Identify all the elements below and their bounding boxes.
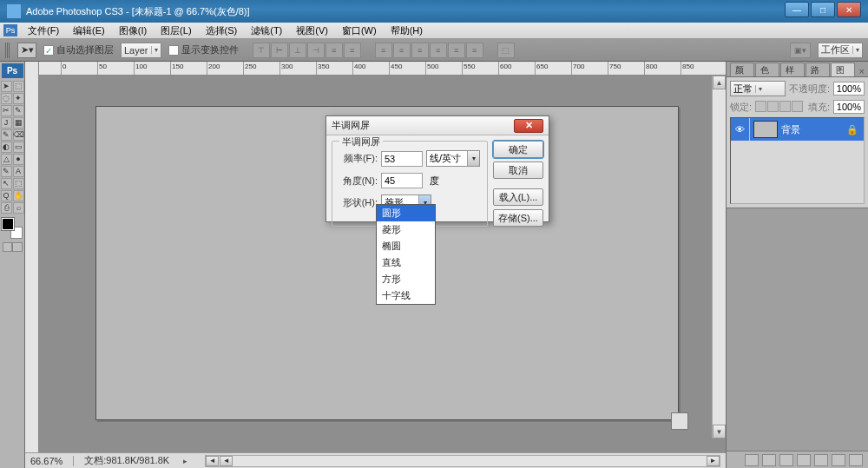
dialog-close-button[interactable]: ✕ [514,119,543,133]
align-btn[interactable]: ⊤ [253,43,270,58]
align-btn[interactable]: ≡ [326,43,343,58]
tab-color[interactable]: 颜色 [730,63,754,76]
shape-option[interactable]: 方形 [377,271,435,287]
menu-help[interactable]: 帮助(H) [384,23,430,39]
lock-all-icon[interactable] [792,101,803,112]
auto-select-checkbox[interactable]: ✓ [43,45,54,56]
panel-close-icon[interactable]: × [856,66,868,76]
menu-file[interactable]: 文件(F) [21,23,66,39]
scroll-down-button[interactable]: ▼ [713,425,726,438]
scroll-up-button[interactable]: ▲ [713,76,726,89]
fg-color[interactable] [2,218,14,230]
link-layers-icon[interactable] [745,454,759,466]
menu-window[interactable]: 窗口(W) [335,23,384,39]
scroll-right-button[interactable]: ► [707,456,720,466]
tool-button[interactable]: ⬚ [13,81,24,92]
maximize-button[interactable]: □ [811,2,835,17]
minimize-button[interactable]: — [785,2,809,17]
mask-icon[interactable] [779,454,793,466]
tool-button[interactable]: ● [13,154,24,165]
tool-button[interactable]: ⌫ [13,129,24,141]
quickmask-toggle[interactable] [3,242,23,252]
frequency-unit-select[interactable]: 线/英寸▾ [426,150,480,167]
tool-button[interactable]: ✎ [13,105,24,116]
zoom-level[interactable]: 66.67% [30,456,62,466]
dist-btn[interactable]: ≡ [448,43,465,58]
tool-button[interactable]: ➤ [1,81,12,92]
menu-image[interactable]: 图像(I) [112,23,154,39]
tool-button[interactable]: ▦ [13,117,24,129]
shape-option[interactable]: 菱形 [377,221,435,238]
fill-field[interactable]: 100% [833,100,865,114]
tool-button[interactable]: J [1,117,12,129]
dist-btn[interactable]: ≡ [375,43,392,58]
scroll-left2-button[interactable]: ◄ [220,456,233,466]
lock-pixels-icon[interactable] [767,101,779,112]
align-btn[interactable]: ⊥ [289,43,306,58]
align-btn[interactable]: ⊢ [271,43,288,58]
save-button[interactable]: 存储(S)... [493,209,543,227]
ps-chip-icon[interactable]: Ps [2,63,23,78]
menu-select[interactable]: 选择(S) [199,23,245,39]
lock-pos-icon[interactable] [779,101,791,112]
tool-button[interactable]: ✂ [1,105,12,116]
layer-list[interactable]: 👁 背景 🔒 [730,117,865,204]
tab-layers[interactable]: 图层 [831,63,855,76]
visibility-eye-icon[interactable]: 👁 [731,118,750,141]
layer-thumbnail[interactable] [753,121,778,138]
menu-layer[interactable]: 图层(L) [154,23,198,39]
group-icon[interactable] [814,454,828,466]
tool-button[interactable]: ✋ [13,190,24,201]
align-btn[interactable]: ≡ [344,43,361,58]
dist-btn[interactable]: ≡ [466,43,483,58]
color-swatches[interactable] [2,218,23,239]
tool-button[interactable]: ▭ [13,142,24,153]
show-transform-checkbox[interactable] [168,45,179,56]
lock-trans-icon[interactable] [755,101,766,112]
tool-button[interactable]: ◐ [1,142,12,153]
new-layer-icon[interactable] [832,454,845,466]
tab-swatches[interactable]: 色板 [755,63,779,76]
layer-row[interactable]: 👁 背景 🔒 [731,118,864,141]
doc-info[interactable]: 文档:981.8K/981.8K [84,454,169,467]
grip-icon[interactable] [5,43,10,58]
dist-btn[interactable]: ≡ [430,43,447,58]
shape-dropdown-list[interactable]: 圆形菱形椭圆直线方形十字线 [376,204,436,305]
tool-button[interactable]: ◌ [1,93,12,104]
fx-icon[interactable] [762,454,776,466]
ok-button[interactable]: 确定 [493,141,543,158]
blend-mode-combo[interactable]: 正常▾ [730,81,786,96]
tool-button[interactable]: △ [1,154,12,165]
dist-btn[interactable]: ≡ [393,43,411,58]
scroll-left-button[interactable]: ◄ [206,456,219,466]
workspace-combo[interactable]: 工作区▾ [818,43,863,58]
menu-view[interactable]: 视图(V) [289,23,335,39]
goto-bridge-button[interactable]: ▣▾ [790,43,811,58]
opacity-field[interactable]: 100% [833,82,865,96]
adjustment-icon[interactable] [797,454,811,466]
tool-button[interactable]: ✦ [13,93,24,104]
shape-option[interactable]: 椭圆 [377,238,435,254]
layer-combo[interactable]: Layer▾ [121,43,161,58]
trash-icon[interactable] [849,454,863,466]
menu-filter[interactable]: 滤镜(T) [244,23,289,39]
resize-handle-icon[interactable] [671,412,688,430]
dialog-titlebar[interactable]: 半调网屏 ✕ [326,116,549,135]
close-button[interactable]: ✕ [837,2,861,17]
scrollbar-horizontal[interactable]: ◄ ◄ ► [205,455,720,467]
tool-button[interactable]: ⬚ [13,178,24,189]
menu-edit[interactable]: 编辑(E) [66,23,112,39]
misc-btn[interactable]: ⬚ [497,43,515,58]
chevron-right-icon[interactable]: ▸ [183,457,187,465]
scrollbar-vertical[interactable]: ▲ ▼ [712,76,726,438]
tool-button[interactable]: ✎ [1,166,12,177]
shape-option[interactable]: 十字线 [377,287,435,304]
load-button[interactable]: 载入(L)... [493,188,543,206]
tool-button[interactable]: ↖ [1,178,12,189]
cancel-button[interactable]: 取消 [493,161,543,179]
tool-button[interactable]: ✎ [1,129,12,141]
tool-button[interactable]: ⌕ [13,202,24,214]
shape-option[interactable]: 直线 [377,254,435,271]
tool-button[interactable]: ⎙ [1,202,12,214]
align-btn[interactable]: ⊣ [307,43,325,58]
